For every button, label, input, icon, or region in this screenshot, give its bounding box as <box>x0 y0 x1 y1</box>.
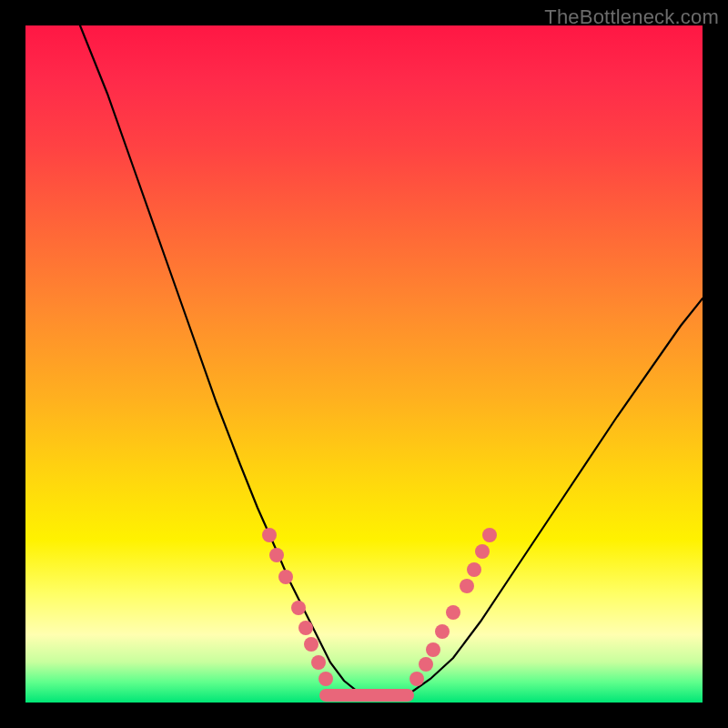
marker-dots-left <box>262 528 333 686</box>
marker-dot <box>291 601 306 615</box>
marker-dot <box>410 672 424 686</box>
marker-dot <box>311 655 326 670</box>
marker-dot <box>318 672 333 686</box>
marker-dots-right <box>410 528 497 686</box>
bottleneck-curve <box>80 25 703 697</box>
marker-dot <box>446 605 460 620</box>
marker-dot <box>419 657 433 672</box>
marker-dot <box>475 544 490 559</box>
marker-dot <box>304 637 318 652</box>
marker-dot <box>482 528 497 542</box>
marker-dot <box>262 528 277 542</box>
marker-dot <box>269 548 284 562</box>
marker-dot <box>298 621 313 635</box>
watermark-text: TheBottleneck.com <box>544 5 719 29</box>
marker-dot <box>278 570 293 584</box>
marker-dot <box>435 624 450 639</box>
plot-area <box>25 25 703 703</box>
marker-dot <box>460 579 474 593</box>
marker-dot <box>467 562 481 577</box>
curve-svg <box>25 25 703 703</box>
marker-dot <box>426 642 440 657</box>
chart-frame: TheBottleneck.com <box>0 0 728 728</box>
